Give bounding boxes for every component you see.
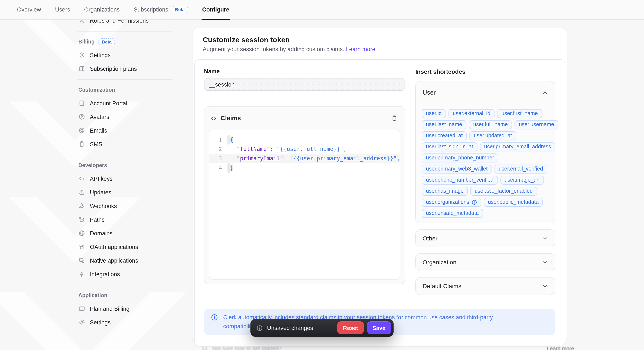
sidebar-item-label: Webhooks (90, 203, 117, 209)
nav-tab-configure[interactable]: Configure (202, 0, 229, 19)
accordion-header-user[interactable]: User (416, 81, 555, 104)
sidebar-item-settings[interactable]: Settings (77, 315, 172, 329)
sidebar-item-subscription-plans[interactable]: Subscription plans (77, 62, 172, 76)
shortcode-chip-user-updated-at[interactable]: user.updated_at (470, 131, 516, 140)
shortcode-chip-user-external-id[interactable]: user.external_id (448, 109, 495, 118)
save-button[interactable]: Save (367, 321, 391, 334)
sidebar-item-plan-and-billing[interactable]: Plan and Billing (77, 302, 172, 315)
sms-icon (78, 141, 85, 148)
nav-tab-overview[interactable]: Overview (17, 0, 41, 19)
sidebar-item-updates[interactable]: Updates (77, 185, 172, 199)
chip-row: user.primary_phone_number (422, 153, 549, 162)
top-nav: OverviewUsersOrganizationsSubscriptionsB… (0, 0, 644, 20)
chip-label: user.has_image (426, 188, 464, 194)
token-editor-column: Name Claims 1{2 "fullName": "{ (204, 68, 405, 284)
sidebar-item-oauth-applications[interactable]: OAuth applications (77, 240, 172, 254)
sidebar-item-account-portal[interactable]: Account Portal (77, 96, 172, 110)
accordion-default-claims: Default Claims (415, 277, 556, 295)
shortcode-chip-user-phone-number-verified[interactable]: user.phone_number_verified (422, 176, 498, 185)
accordion-header-default-claims[interactable]: Default Claims (416, 277, 555, 294)
sidebar-item-domains[interactable]: Domains (77, 226, 172, 240)
sidebar-divider (77, 31, 172, 32)
accordion-header-other[interactable]: Other (416, 230, 555, 247)
sidebar-section-label: Developers (78, 162, 107, 168)
learn-more-link[interactable]: Learn more (346, 46, 375, 53)
sidebar-item-native-applications[interactable]: Native applications (77, 254, 172, 267)
chip-label: user.created_at (426, 133, 462, 139)
sidebar-divider (77, 79, 172, 80)
chip-label: user.external_id (453, 110, 490, 116)
beta-badge: Beta (98, 38, 115, 45)
gutter-fold-marker (228, 154, 230, 163)
shortcode-chip-user-email-verified[interactable]: user.email_verified (494, 165, 547, 174)
chip-row: user.created_atuser.updated_at (422, 131, 549, 140)
sidebar-item-label: OAuth applications (90, 244, 138, 250)
shortcode-chip-user-primary-phone-number[interactable]: user.primary_phone_number (422, 153, 498, 162)
sidebar-item-emails[interactable]: Emails (77, 124, 172, 137)
subtitle-text: Augment your session tokens by adding cu… (203, 46, 344, 53)
nav-tab-users[interactable]: Users (55, 0, 70, 19)
line-number: 1 (209, 135, 228, 145)
shortcode-chip-user-two-factor-enabled[interactable]: user.two_factor_enabled (470, 187, 537, 196)
name-input[interactable] (204, 78, 405, 91)
shortcode-chip-user-public-metadata[interactable]: user.public_metadata (484, 198, 543, 207)
code-editor[interactable]: 1{2 "fullName": "{{user.full_name}}",3 "… (209, 130, 400, 280)
code-text: } (230, 163, 234, 173)
code-text: "primaryEmail": "{{user.primary_email_ad… (230, 154, 400, 163)
shortcode-chip-user-created-at[interactable]: user.created_at (422, 131, 467, 140)
nav-tab-label: Subscriptions (134, 7, 168, 13)
lightning-icon (78, 271, 85, 277)
shortcode-chip-user-first-name[interactable]: user.first_name (497, 109, 542, 118)
shortcode-chip-user-organizations[interactable]: user.organizations (422, 198, 481, 207)
sidebar-item-settings[interactable]: Settings (77, 48, 172, 62)
beta-badge: Beta (172, 6, 188, 13)
sidebar-item-webhooks[interactable]: Webhooks (77, 199, 172, 213)
sidebar-item-label: Avatars (90, 114, 109, 120)
nav-tab-organizations[interactable]: Organizations (84, 0, 120, 19)
shortcode-chip-user-image-url[interactable]: user.image_url (500, 176, 544, 185)
sidebar-item-label: Account Portal (90, 100, 127, 106)
reset-button[interactable]: Reset (337, 321, 364, 334)
sidebar-section-header-application: Application (77, 289, 172, 302)
avatar-icon (78, 113, 85, 120)
sidebar-item-paths[interactable]: Paths (77, 213, 172, 226)
shortcode-chip-user-username[interactable]: user.username (515, 120, 558, 129)
sidebar-item-label: Plan and Billing (90, 305, 130, 312)
nav-tab-subscriptions[interactable]: SubscriptionsBeta (134, 0, 188, 19)
sidebar-nav: Roles and PermissionsBillingBetaSettings… (77, 14, 172, 329)
shortcode-chip-list: user.iduser.external_iduser.first_nameus… (416, 104, 555, 223)
code-text: { (230, 135, 234, 145)
chip-label: user.updated_at (474, 133, 512, 139)
clipboard-icon (391, 115, 398, 122)
shortcode-chip-user-last-name[interactable]: user.last_name (422, 120, 466, 129)
accordion-user: Useruser.iduser.external_iduser.first_na… (415, 81, 556, 223)
code-line-1: 1{ (209, 135, 400, 145)
sidebar-item-sms[interactable]: SMS (77, 137, 172, 151)
credit-card-icon (78, 305, 85, 312)
accordion-header-organization[interactable]: Organization (416, 254, 555, 271)
sidebar-item-api-keys[interactable]: API keys (77, 172, 172, 185)
chip-label: user.organizations (426, 199, 469, 205)
shortcode-chip-user-primary-email-address[interactable]: user.primary_email_address (480, 142, 555, 151)
accordion-label: Organization (422, 259, 456, 266)
chip-label: user.primary_email_address (484, 144, 551, 150)
shortcode-chip-user-unsafe-metadata[interactable]: user.unsafe_metadata (422, 209, 483, 218)
shortcode-chip-user-has-image[interactable]: user.has_image (422, 187, 468, 196)
code-line-4: 4} (209, 163, 400, 173)
shortcode-chip-user-last-sign-in-at[interactable]: user.last_sign_in_at (422, 142, 477, 151)
sidebar-item-integrations[interactable]: Integrations (77, 267, 172, 281)
line-number: 2 (209, 145, 228, 154)
nav-tab-label: Organizations (84, 7, 120, 13)
chip-label: user.id (426, 110, 442, 116)
sidebar-divider (77, 155, 172, 155)
shortcode-chip-user-full-name[interactable]: user.full_name (469, 120, 512, 129)
shortcodes-title: Insert shortcodes (415, 68, 556, 75)
chip-row: user.unsafe_metadata (422, 209, 549, 218)
shortcode-chip-user-primary-web3-wallet[interactable]: user.primary_web3_wallet (422, 165, 492, 174)
copy-button[interactable] (390, 114, 399, 122)
chip-label: user.last_sign_in_at (426, 144, 473, 150)
chip-label: user.primary_phone_number (426, 155, 494, 161)
chip-label: user.unsafe_metadata (426, 210, 478, 216)
shortcode-chip-user-id[interactable]: user.id (422, 109, 446, 118)
sidebar-item-avatars[interactable]: Avatars (77, 110, 172, 124)
